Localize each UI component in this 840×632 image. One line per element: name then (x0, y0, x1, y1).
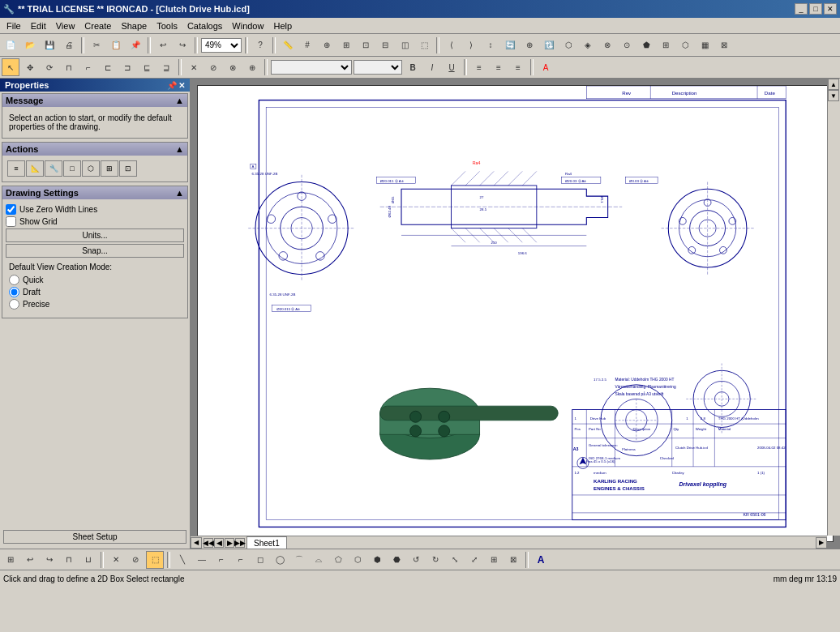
tb2-delete[interactable]: ✕ (185, 58, 203, 76)
bt-9[interactable]: ╲ (174, 551, 191, 569)
menu-help[interactable]: Help (268, 19, 297, 33)
action-icon-0[interactable]: ≡ (7, 160, 25, 177)
zero-width-checkbox[interactable] (6, 204, 16, 215)
snap-button[interactable]: Snap... (6, 244, 184, 258)
action-icon-2[interactable]: 🔧 (45, 160, 62, 177)
bt-13[interactable]: ◻ (251, 551, 269, 569)
mode-quick-radio[interactable] (9, 275, 19, 285)
tb2-t5[interactable]: ⊑ (138, 58, 156, 76)
tb-redo[interactable]: ↪ (174, 36, 191, 54)
action-icon-4[interactable]: ⬡ (82, 160, 100, 177)
menu-catalogs[interactable]: Catalogs (182, 19, 227, 33)
menu-shape[interactable]: Shape (116, 19, 152, 33)
maximize-button[interactable]: □ (809, 3, 822, 15)
tb-cut[interactable]: ✂ (88, 36, 105, 54)
mode-draft-radio[interactable] (9, 287, 19, 297)
tb-r8[interactable]: ◈ (579, 36, 597, 54)
menu-window[interactable]: Window (227, 19, 268, 33)
action-icon-1[interactable]: 📐 (26, 160, 44, 177)
tb2-move[interactable]: ✥ (21, 58, 39, 76)
bt-text[interactable]: A (532, 551, 550, 569)
font-size-select[interactable] (354, 60, 402, 75)
actions-header[interactable]: Actions ▲ (2, 143, 187, 156)
properties-pin[interactable]: 📌 (167, 81, 177, 90)
bt-17[interactable]: ⬠ (329, 551, 347, 569)
tb-r9[interactable]: ⊗ (598, 36, 616, 54)
action-icon-6[interactable]: ⊡ (119, 160, 137, 177)
bt-26[interactable]: ⊠ (504, 551, 522, 569)
tb-r2[interactable]: ⟩ (462, 36, 480, 54)
drawing-settings-collapse[interactable]: ▲ (175, 188, 184, 198)
tb-r7[interactable]: ⬡ (559, 36, 577, 54)
tb-grid[interactable]: # (298, 36, 316, 54)
scroll-left-btn[interactable]: ◀ (191, 537, 202, 549)
tb-print[interactable]: 🖨 (60, 36, 78, 54)
tb2-italic[interactable]: I (423, 58, 441, 76)
tb2-t6[interactable]: ⊒ (157, 58, 175, 76)
tb2-bold[interactable]: B (404, 58, 422, 76)
zoom-select[interactable]: 49% 25% 50% 75% 100% (201, 38, 242, 53)
mode-precise-radio[interactable] (9, 299, 19, 310)
tb2-t2[interactable]: ⌐ (79, 58, 97, 76)
sheet-tab-1[interactable]: Sheet1 (246, 536, 287, 549)
horizontal-scrollbar[interactable]: ◀ ◀◀ ◀ ▶ ▶▶ Sheet1 ▶ (191, 536, 827, 549)
minimize-button[interactable]: _ (795, 3, 808, 15)
tb2-select[interactable]: ↖ (2, 58, 19, 76)
sheet-nav-prev[interactable]: ◀ (214, 538, 224, 548)
bt-4[interactable]: ⊓ (60, 551, 78, 569)
properties-close[interactable]: ✕ (178, 81, 185, 90)
tb2-align-left[interactable]: ≡ (470, 58, 488, 76)
tb-dim4[interactable]: ◫ (396, 36, 414, 54)
bt-24[interactable]: ⤢ (465, 551, 483, 569)
tb-new[interactable]: 📄 (2, 36, 19, 54)
show-grid-checkbox[interactable] (6, 216, 16, 227)
tb-help[interactable]: ? (251, 36, 269, 54)
bt-6[interactable]: ✕ (107, 551, 125, 569)
sheet-setup-button[interactable]: Sheet Setup (3, 530, 186, 544)
bt-15[interactable]: ⌒ (290, 551, 308, 569)
tb2-t4[interactable]: ⊐ (118, 58, 136, 76)
tb-r11[interactable]: ⬟ (637, 36, 655, 54)
message-header[interactable]: Message ▲ (2, 94, 187, 107)
tb-measure[interactable]: 📏 (279, 36, 297, 54)
bt-12[interactable]: ⌐ (232, 551, 250, 569)
font-select[interactable] (271, 60, 352, 75)
scroll-right-btn[interactable]: ▶ (816, 537, 827, 549)
tb2-underline[interactable]: U (443, 58, 461, 76)
tb-r15[interactable]: ⊠ (715, 36, 733, 54)
sheet-nav-first[interactable]: ◀◀ (204, 538, 213, 548)
bt-11[interactable]: ⌐ (212, 551, 230, 569)
sheet-nav-last[interactable]: ▶▶ (235, 538, 245, 548)
bt-18[interactable]: ⬡ (349, 551, 366, 569)
bt-1[interactable]: ⊞ (2, 551, 19, 569)
bt-16[interactable]: ⌓ (310, 551, 328, 569)
menu-view[interactable]: View (51, 19, 80, 33)
tb-r3[interactable]: ↕ (482, 36, 499, 54)
tb-r14[interactable]: ▦ (696, 36, 714, 54)
tb-r1[interactable]: ⟨ (443, 36, 461, 54)
tb-dim3[interactable]: ⊟ (376, 36, 394, 54)
message-collapse[interactable]: ▲ (175, 96, 184, 105)
bt-2[interactable]: ↩ (21, 551, 39, 569)
tb2-align-right[interactable]: ≡ (509, 58, 527, 76)
tb-dim1[interactable]: ⊞ (337, 36, 355, 54)
units-button[interactable]: Units... (6, 228, 184, 242)
tb-save[interactable]: 💾 (41, 36, 58, 54)
bt-20[interactable]: ⬣ (388, 551, 405, 569)
sheet-nav-next[interactable]: ▶ (225, 538, 234, 548)
tb-undo[interactable]: ↩ (154, 36, 172, 54)
bt-21[interactable]: ↺ (407, 551, 425, 569)
bt-5[interactable]: ⊔ (79, 551, 97, 569)
tb2-t3[interactable]: ⊏ (99, 58, 117, 76)
tb-dim2[interactable]: ⊡ (357, 36, 375, 54)
menu-edit[interactable]: Edit (26, 19, 51, 33)
menu-create[interactable]: Create (79, 19, 116, 33)
bt-22[interactable]: ↻ (426, 551, 444, 569)
actions-collapse[interactable]: ▲ (175, 144, 184, 154)
bt-8[interactable]: ⬚ (146, 551, 164, 569)
action-icon-5[interactable]: ⊞ (101, 160, 118, 177)
tb-dim5[interactable]: ⬚ (415, 36, 433, 54)
scroll-up-btn[interactable]: ▲ (828, 79, 839, 90)
scroll-down-btn[interactable]: ▼ (828, 90, 839, 101)
bt-14[interactable]: ◯ (271, 551, 289, 569)
